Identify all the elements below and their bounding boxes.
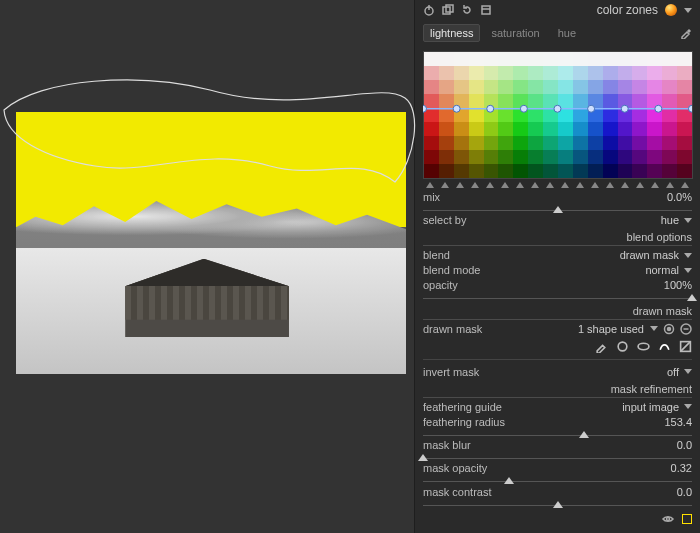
swatch-cell[interactable] (677, 150, 692, 164)
swatch-cell[interactable] (632, 66, 647, 80)
swatch-cell[interactable] (677, 94, 692, 108)
blend-mode-row[interactable]: blend mode normal (423, 264, 692, 276)
slider-thumb[interactable] (504, 477, 514, 484)
swatch-cell[interactable] (528, 52, 543, 66)
tab-saturation[interactable]: saturation (484, 24, 546, 42)
swatch-cell[interactable] (588, 94, 603, 108)
dropdown-icon[interactable] (650, 326, 658, 331)
swatch-cell[interactable] (454, 94, 469, 108)
swatch-cell[interactable] (677, 136, 692, 150)
swatch-cell[interactable] (484, 122, 499, 136)
swatch-cell[interactable] (498, 66, 513, 80)
swatch-cell[interactable] (498, 94, 513, 108)
swatch-cell[interactable] (632, 136, 647, 150)
swatch-cell[interactable] (484, 164, 499, 178)
swatch-cell[interactable] (558, 66, 573, 80)
slider-thumb[interactable] (553, 206, 563, 213)
swatch-cell[interactable] (484, 108, 499, 122)
swatch-cell[interactable] (424, 52, 439, 66)
swatch-cell[interactable] (543, 108, 558, 122)
swatch-cell[interactable] (558, 122, 573, 136)
swatch-cell[interactable] (498, 52, 513, 66)
swatch-cell[interactable] (454, 136, 469, 150)
preset-icon[interactable] (480, 4, 492, 16)
opacity-slider[interactable] (423, 295, 692, 298)
tab-hue[interactable]: hue (551, 24, 583, 42)
add-shape-icon[interactable] (663, 323, 675, 335)
swatch-cell[interactable] (469, 66, 484, 80)
swatch-cell[interactable] (513, 80, 528, 94)
swatch-cell[interactable] (439, 150, 454, 164)
swatch-cell[interactable] (647, 164, 662, 178)
swatch-cell[interactable] (677, 80, 692, 94)
swatch-cell[interactable] (603, 164, 618, 178)
swatch-cell[interactable] (662, 80, 677, 94)
swatch-cell[interactable] (662, 52, 677, 66)
eye-icon[interactable] (662, 513, 674, 525)
color-picker-icon[interactable] (680, 27, 692, 39)
swatch-cell[interactable] (603, 66, 618, 80)
swatch-cell[interactable] (588, 52, 603, 66)
swatch-cell[interactable] (454, 150, 469, 164)
color-curve-area[interactable] (423, 45, 692, 179)
swatch-cell[interactable] (618, 164, 633, 178)
swatch-cell[interactable] (632, 150, 647, 164)
swatch-cell[interactable] (677, 52, 692, 66)
swatch-cell[interactable] (439, 136, 454, 150)
swatch-cell[interactable] (469, 108, 484, 122)
swatch-cell[interactable] (484, 136, 499, 150)
swatch-cell[interactable] (454, 108, 469, 122)
swatch-cell[interactable] (439, 66, 454, 80)
feathering-guide-row[interactable]: feathering guide input image (423, 401, 692, 413)
swatch-cell[interactable] (618, 52, 633, 66)
swatch-cell[interactable] (424, 164, 439, 178)
swatch-cell[interactable] (677, 164, 692, 178)
swatch-cell[interactable] (528, 150, 543, 164)
swatch-cell[interactable] (588, 164, 603, 178)
swatch-cell[interactable] (632, 52, 647, 66)
swatch-cell[interactable] (632, 80, 647, 94)
swatch-cell[interactable] (662, 66, 677, 80)
swatch-cell[interactable] (424, 108, 439, 122)
swatch-cell[interactable] (513, 66, 528, 80)
swatch-cell[interactable] (528, 122, 543, 136)
swatch-cell[interactable] (618, 108, 633, 122)
swatch-cell[interactable] (439, 52, 454, 66)
slider-thumb[interactable] (579, 431, 589, 438)
swatch-cell[interactable] (632, 94, 647, 108)
swatch-cell[interactable] (603, 52, 618, 66)
swatch-cell[interactable] (662, 108, 677, 122)
remove-shape-icon[interactable] (680, 323, 692, 335)
swatch-cell[interactable] (469, 52, 484, 66)
tab-lightness[interactable]: lightness (423, 24, 480, 42)
swatch-cell[interactable] (647, 122, 662, 136)
swatch-cell[interactable] (484, 150, 499, 164)
swatch-cell[interactable] (543, 164, 558, 178)
swatch-cell[interactable] (662, 136, 677, 150)
mask-opacity-slider[interactable] (423, 478, 692, 481)
swatch-cell[interactable] (528, 164, 543, 178)
swatch-cell[interactable] (573, 66, 588, 80)
swatch-cell[interactable] (469, 164, 484, 178)
swatch-cell[interactable] (558, 108, 573, 122)
swatch-cell[interactable] (558, 164, 573, 178)
swatch-cell[interactable] (647, 136, 662, 150)
canvas-area[interactable] (0, 0, 414, 533)
swatch-cell[interactable] (528, 80, 543, 94)
ellipse-icon[interactable] (637, 340, 650, 353)
swatch-cell[interactable] (588, 150, 603, 164)
swatch-cell[interactable] (573, 136, 588, 150)
swatch-cell[interactable] (439, 108, 454, 122)
reset-icon[interactable] (461, 4, 473, 16)
swatch-cell[interactable] (603, 108, 618, 122)
swatch-cell[interactable] (454, 66, 469, 80)
slider-thumb[interactable] (687, 294, 697, 301)
dropdown-icon[interactable] (684, 404, 692, 409)
blend-options-header[interactable]: blend options (423, 231, 692, 246)
pen-icon[interactable] (595, 340, 608, 353)
blend-row[interactable]: blend drawn mask (423, 249, 692, 261)
swatch-cell[interactable] (498, 108, 513, 122)
swatch-cell[interactable] (484, 80, 499, 94)
swatch-cell[interactable] (603, 80, 618, 94)
mask-blur-slider[interactable] (423, 455, 692, 458)
